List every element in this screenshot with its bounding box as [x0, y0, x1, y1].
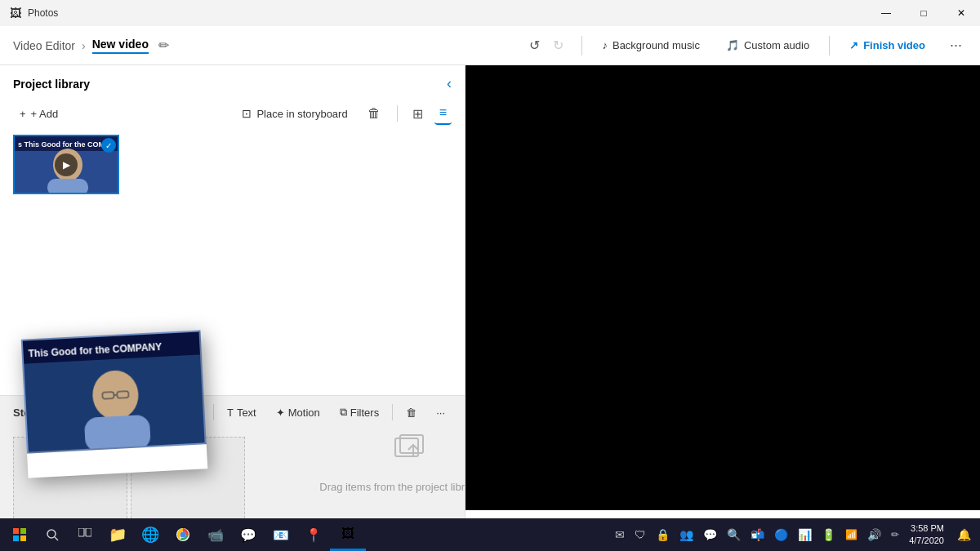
storyboard-more-button[interactable]: ··· [430, 403, 452, 422]
maps-button[interactable]: 📍 [297, 518, 330, 551]
header-separator-2 [829, 36, 830, 56]
filters-button[interactable]: ⧉ Filters [333, 402, 385, 422]
tray-vpn-icon[interactable]: 🔒 [653, 527, 673, 543]
drag-icon [392, 429, 431, 474]
slack-button[interactable]: 💬 [232, 518, 265, 551]
storyboard-sep-1 [213, 404, 214, 420]
text-icon: T [227, 407, 234, 419]
tray-wifi-icon[interactable]: 📶 [842, 527, 861, 542]
background-music-label: Background music [612, 39, 700, 51]
text-button[interactable]: T Text [220, 403, 263, 422]
drag-drop-zone: Drag items from the project library here [248, 429, 465, 493]
breadcrumb-sep: › [82, 39, 86, 52]
tray-battery-icon[interactable]: 🔋 [818, 527, 839, 543]
place-storyboard-button[interactable]: ⊡ Place in storyboard [235, 104, 354, 123]
add-title-card-button[interactable]: 🖼 Add title card [118, 403, 207, 422]
media-thumbnail: s This Good for the COM... ▶ ✓ [15, 136, 118, 193]
media-item[interactable]: s This Good for the COM... ▶ ✓ [13, 135, 119, 194]
tray-mail2-icon[interactable]: 📬 [747, 527, 768, 543]
audio-icon: 🎵 [726, 39, 739, 51]
zoom-button[interactable]: 📹 [199, 518, 232, 551]
start-button[interactable] [3, 518, 36, 551]
title-bar-controls: — □ ✕ [867, 0, 980, 26]
text-label: Text [237, 407, 256, 419]
edit-title-button[interactable]: ✏ [155, 34, 172, 56]
chrome-icon [176, 527, 190, 542]
clock-date: 4/7/2020 [909, 535, 944, 547]
tray-teams-icon[interactable]: 👥 [676, 527, 697, 543]
tray-shield-icon[interactable]: 🛡 [631, 527, 649, 543]
redo-button[interactable]: ↻ [548, 34, 568, 56]
undo-button[interactable]: ↺ [524, 34, 545, 56]
custom-audio-label: Custom audio [744, 39, 809, 51]
title-bar: 🖼 Photos — □ ✕ [0, 0, 980, 26]
list-view-button[interactable]: ≡ [434, 102, 452, 125]
storyboard-header: Story 🖼 Add title card T Text ✦ Motion [0, 396, 465, 429]
storyboard-delete-button[interactable]: 🗑 [399, 403, 423, 422]
tray-bluetooth-icon[interactable]: 🔵 [771, 527, 791, 543]
add-label: + Add [31, 108, 59, 120]
task-view-button[interactable] [69, 518, 101, 551]
maximize-button[interactable]: □ [905, 0, 942, 26]
tray-search-icon[interactable]: 🔍 [724, 527, 744, 543]
finish-video-button[interactable]: ↗ Finish video [843, 36, 932, 55]
collapse-library-button[interactable]: ‹ [447, 75, 452, 92]
storyboard-sep-2 [392, 404, 393, 420]
tray-pen-icon[interactable]: ✏ [888, 527, 902, 542]
tray-msg-icon[interactable]: 💬 [700, 527, 720, 543]
chrome-button[interactable] [167, 518, 199, 551]
add-title-card-label: Add title card [138, 407, 200, 419]
video-preview [466, 65, 980, 510]
play-overlay: ▶ [55, 153, 78, 176]
right-panel: ⏮ ▶ ⏭ 0:00.00 0:00.00 ⤢ [466, 65, 980, 551]
drag-drop-text: Drag items from the project library here [319, 481, 465, 493]
outlook-button[interactable]: 📧 [265, 518, 297, 551]
header-more-button[interactable]: ··· [945, 35, 967, 56]
notification-button[interactable]: 🔔 [951, 518, 977, 551]
tray-email-icon[interactable]: ✉ [612, 527, 628, 543]
media-grid: s This Good for the COM... ▶ ✓ [13, 135, 452, 194]
tray-volume-icon[interactable]: 🔊 [864, 527, 884, 543]
selected-check: ✓ [101, 138, 116, 153]
delete-media-button[interactable]: 🗑 [361, 103, 387, 124]
library-title: Project library [13, 78, 90, 91]
undo-redo-area: ↺ ↻ [524, 34, 568, 56]
custom-audio-button[interactable]: 🎵 Custom audio [719, 36, 816, 55]
grid-view-button[interactable]: ⊞ [408, 103, 428, 125]
notification-icon: 🔔 [957, 528, 971, 541]
clock-time: 3:58 PM [909, 522, 944, 535]
drag-images-icon [392, 429, 431, 468]
title-card-icon: 🖼 [124, 407, 135, 419]
finish-video-label: Finish video [863, 39, 925, 51]
add-media-button[interactable]: + + Add [13, 104, 65, 123]
taskbar-clock[interactable]: 3:58 PM 4/7/2020 [909, 522, 951, 548]
storyboard-slot-1[interactable] [13, 437, 127, 527]
export-icon: ↗ [849, 39, 858, 51]
system-tray: ✉ 🛡 🔒 👥 💬 🔍 📬 🔵 📊 🔋 📶 🔊 ✏ [612, 527, 909, 543]
minimize-button[interactable]: — [867, 0, 905, 26]
filters-icon: ⧉ [340, 406, 347, 419]
background-music-button[interactable]: ♪ Background music [595, 36, 706, 55]
motion-label: Motion [288, 407, 320, 419]
app-header: Video Editor › New video ✏ ↺ ↻ ♪ Backgro… [0, 26, 980, 65]
photos-taskbar-button[interactable]: 🖼 [330, 518, 366, 551]
edge-button[interactable]: 🌐 [134, 518, 167, 551]
svg-rect-4 [47, 179, 88, 193]
windows-icon [13, 528, 26, 541]
svg-line-21 [55, 537, 58, 540]
close-button[interactable]: ✕ [942, 0, 980, 26]
photos-icon: 🖼 [10, 7, 21, 20]
svg-point-20 [47, 530, 56, 538]
svg-rect-16 [13, 528, 19, 534]
breadcrumb-parent[interactable]: Video Editor [13, 39, 75, 52]
file-explorer-button[interactable]: 📁 [101, 518, 134, 551]
motion-button[interactable]: ✦ Motion [270, 403, 327, 422]
project-library: Project library ‹ + + Add ⊡ Place in sto… [0, 65, 465, 396]
tray-bar-icon[interactable]: 📊 [795, 527, 815, 543]
search-button[interactable] [36, 518, 69, 551]
header-right: ↺ ↻ ♪ Background music 🎵 Custom audio ↗ … [524, 34, 967, 56]
storyboard-title: Story [13, 407, 40, 419]
storyboard-slot-2[interactable] [131, 437, 245, 527]
main-content: Project library ‹ + + Add ⊡ Place in sto… [0, 65, 980, 551]
svg-rect-22 [78, 528, 84, 536]
